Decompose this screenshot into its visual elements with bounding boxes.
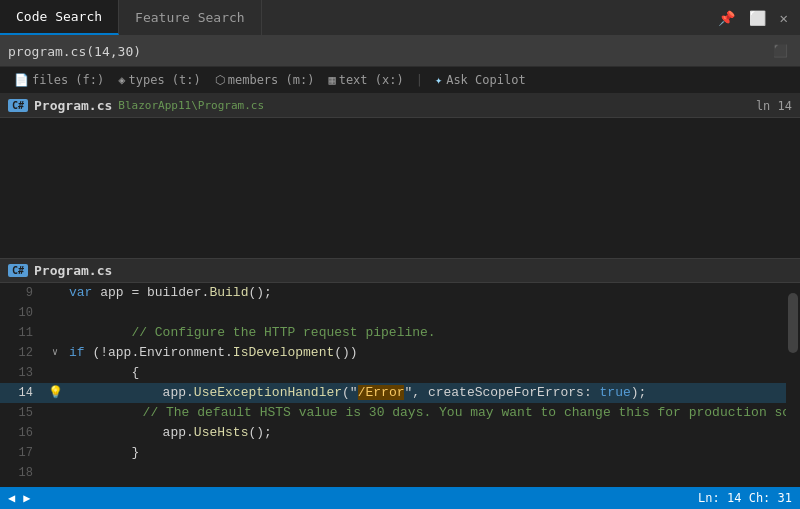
search-dropdown-button[interactable]: ⬛: [769, 42, 792, 60]
search-bar: ⬛: [0, 36, 800, 67]
table-row: 9 var app = builder.Build();: [0, 283, 800, 303]
code-lines: 9 var app = builder.Build(); 10 11 // Co…: [0, 283, 800, 503]
tab-code-search[interactable]: Code Search: [0, 0, 119, 35]
tab-feature-search[interactable]: Feature Search: [119, 0, 262, 35]
code-cs-badge: C#: [8, 264, 28, 277]
line-content: {: [65, 363, 800, 383]
result-space: [0, 118, 800, 258]
table-row: 15 // The default HSTS value is 30 days.…: [0, 403, 800, 423]
restore-icon[interactable]: ⬜: [745, 8, 770, 28]
table-row: 18: [0, 463, 800, 483]
code-header: C# Program.cs: [0, 259, 800, 283]
table-row: 17 }: [0, 443, 800, 463]
filter-types[interactable]: ◈ types (t:): [112, 71, 206, 89]
line-content: if (!app.Environment.IsDevelopment()): [65, 343, 800, 363]
ask-copilot-button[interactable]: ✦ Ask Copilot: [429, 71, 532, 89]
line-content: // Configure the HTTP request pipeline.: [65, 323, 800, 343]
line-number: 15: [0, 403, 45, 423]
status-arrow-right[interactable]: ▶: [23, 491, 30, 505]
status-bar: ◀ ▶ Ln: 14 Ch: 31: [0, 487, 800, 509]
line-number: 14: [0, 383, 45, 403]
pin-icon[interactable]: 📌: [714, 8, 739, 28]
ask-copilot-label: Ask Copilot: [446, 73, 525, 87]
filter-types-label: types (t:): [128, 73, 200, 87]
result-filename: Program.cs: [34, 98, 112, 113]
table-row: 10: [0, 303, 800, 323]
status-line-col: Ln: 14 Ch: 31: [698, 491, 792, 505]
table-row: 13 {: [0, 363, 800, 383]
table-row: 12 ∨ if (!app.Environment.IsDevelopment(…: [0, 343, 800, 363]
tab-feature-search-label: Feature Search: [135, 10, 245, 25]
line-content: // The default HSTS value is 30 days. Yo…: [45, 403, 800, 423]
table-row: 11 // Configure the HTTP request pipelin…: [0, 323, 800, 343]
table-row: 14 💡 app.UseExceptionHandler("/Error", c…: [0, 383, 800, 403]
filter-files-label: files (f:): [32, 73, 104, 87]
title-bar: Code Search Feature Search 📌 ⬜ ✕: [0, 0, 800, 36]
line-number: 16: [0, 423, 45, 443]
scrollbar-thumb[interactable]: [788, 293, 798, 353]
search-input[interactable]: [8, 44, 765, 59]
scrollbar[interactable]: [786, 283, 800, 509]
line-content: app.UseHsts();: [65, 423, 800, 443]
line-number: 11: [0, 323, 45, 343]
line-number: 18: [0, 463, 45, 483]
line-content: app.UseExceptionHandler("/Error", create…: [65, 383, 800, 403]
line-number: 10: [0, 303, 45, 323]
tab-code-search-label: Code Search: [16, 9, 102, 24]
line-number: 13: [0, 363, 45, 383]
filter-members-label: members (m:): [228, 73, 315, 87]
line-number: 9: [0, 283, 45, 303]
status-bar-right: Ln: 14 Ch: 31: [698, 491, 792, 505]
title-bar-actions: 📌 ⬜ ✕: [706, 0, 800, 35]
members-icon: ⬡: [215, 73, 225, 87]
result-line-info: ln 14: [756, 99, 792, 113]
code-editor[interactable]: 9 var app = builder.Build(); 10 11 // Co…: [0, 283, 800, 509]
line-number: 12: [0, 343, 45, 363]
result-header: C# Program.cs BlazorApp11\Program.cs ln …: [0, 94, 800, 118]
close-icon[interactable]: ✕: [776, 8, 792, 28]
status-arrow-left[interactable]: ◀: [8, 491, 15, 505]
filter-files[interactable]: 📄 files (f:): [8, 71, 110, 89]
filter-bar: 📄 files (f:) ◈ types (t:) ⬡ members (m:)…: [0, 67, 800, 94]
types-icon: ◈: [118, 73, 125, 87]
filter-text-label: text (x:): [339, 73, 404, 87]
text-icon: ▦: [328, 73, 335, 87]
filter-text[interactable]: ▦ text (x:): [322, 71, 409, 89]
line-content: }: [65, 443, 800, 463]
line-number: 17: [0, 443, 45, 463]
files-icon: 📄: [14, 73, 29, 87]
code-panel: C# Program.cs 9 var app = builder.Build(…: [0, 258, 800, 509]
filter-separator: |: [412, 73, 427, 87]
line-content: var app = builder.Build();: [65, 283, 800, 303]
line-indicator: ∨: [45, 343, 65, 363]
code-filename: Program.cs: [34, 263, 112, 278]
copilot-icon: ✦: [435, 73, 442, 87]
cs-badge: C#: [8, 99, 28, 112]
filter-members[interactable]: ⬡ members (m:): [209, 71, 321, 89]
table-row: 16 app.UseHsts();: [0, 423, 800, 443]
result-path: BlazorApp11\Program.cs: [118, 99, 264, 112]
line-indicator: 💡: [45, 383, 65, 403]
